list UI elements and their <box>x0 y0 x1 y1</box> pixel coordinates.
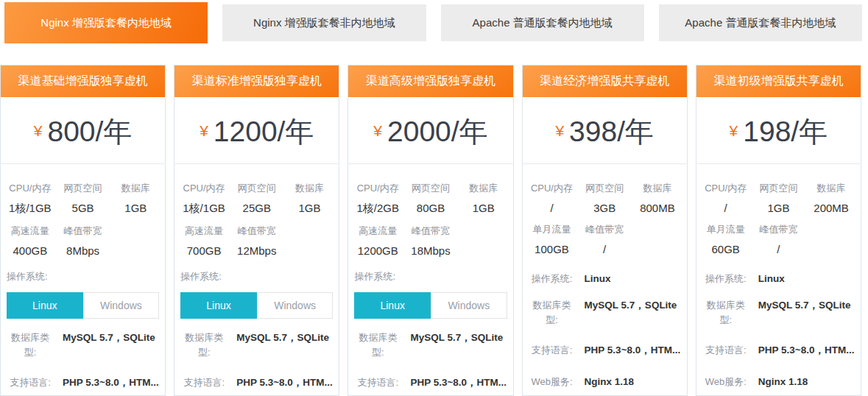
plan-title: 渠道初级增强版共享虚机 <box>696 66 861 97</box>
spec-grid: CPU/内存/ 网页空间1GB 数据库200MB 单月流量60GB 峰值带宽/ <box>696 164 861 255</box>
languages-label: 支持语言: <box>702 343 749 358</box>
spec-value: / <box>699 195 752 214</box>
os-switcher: Linux Windows <box>180 292 333 319</box>
price-unit: /年 <box>791 116 828 147</box>
spec-label: 单月流量 <box>699 214 752 236</box>
os-button-windows[interactable]: Windows <box>257 292 334 319</box>
os-value: Linux <box>749 272 785 286</box>
price-amount: 800 <box>47 116 95 147</box>
tab-nginx-enhanced-mainland[interactable]: Nginx 增强版套餐内地地域 <box>4 2 208 43</box>
os-label: 操作系统: <box>529 272 576 286</box>
spec-label: CPU/内存 <box>351 173 404 195</box>
spec-label: 网页空间 <box>752 173 805 195</box>
db-type-value: MySQL 5.7，SQLite <box>54 330 155 345</box>
spec-label: 峰值带宽 <box>404 216 457 238</box>
spec-label: CPU/内存 <box>177 173 230 195</box>
spec-value: 80GB <box>404 195 457 214</box>
spec-value: 700GB <box>177 238 230 257</box>
plan-price: ¥198/年 <box>697 97 860 164</box>
os-label: 操作系统: <box>348 257 512 283</box>
spec-grid: CPU/内存1核/1GB 网页空间5GB 数据库1GB 高速流量400GB 峰值… <box>1 164 165 257</box>
db-type-label: 数据库类型: <box>702 298 749 327</box>
currency-symbol: ¥ <box>34 122 43 139</box>
spec-value: 1核/1GB <box>4 195 57 216</box>
db-type-value: MySQL 5.7，SQLite <box>576 298 677 313</box>
spec-value: 60GB <box>699 236 752 255</box>
spec-label: 数据库 <box>805 173 858 195</box>
currency-symbol: ¥ <box>373 122 382 139</box>
os-button-windows[interactable]: Windows <box>431 292 507 319</box>
languages-row: 支持语言:PHP 5.3~8.0，HTM... <box>696 343 861 358</box>
spec-label: 数据库 <box>631 173 684 195</box>
spec-label: 峰值带宽 <box>578 214 631 236</box>
spec-value: 18Mbps <box>404 238 457 257</box>
spec-grid: CPU/内存/ 网页空间3GB 数据库800MB 单月流量100GB 峰值带宽/ <box>523 164 687 255</box>
tab-apache-basic-non-mainland[interactable]: Apache 普通版套餐非内地地域 <box>659 4 862 41</box>
spec-label: 单月流量 <box>526 214 579 236</box>
languages-value: PHP 5.3~8.0，HTM... <box>227 375 333 390</box>
db-type-row: 数据库类型:MySQL 5.7，SQLite <box>174 330 339 359</box>
spec-label: 数据库 <box>283 173 336 195</box>
price-unit: /年 <box>278 116 314 147</box>
web-server-label: Web服务: <box>702 375 749 389</box>
os-label: 操作系统: <box>702 272 749 286</box>
os-row: 操作系统:Linux <box>523 272 687 286</box>
spec-value: 1GB <box>283 195 336 214</box>
plan-card-entry: 渠道初级增强版共享虚机 ¥198/年 CPU/内存/ 网页空间1GB 数据库20… <box>696 65 861 396</box>
languages-value: PHP 5.3~8.0，HTM... <box>401 375 507 390</box>
languages-label: 支持语言: <box>354 375 401 390</box>
db-type-row: 数据库类型:MySQL 5.7，SQLite <box>523 298 687 327</box>
os-button-linux[interactable]: Linux <box>7 292 83 319</box>
plan-price: ¥398/年 <box>523 97 686 164</box>
plan-title: 渠道标准增强版独享虚机 <box>174 66 339 97</box>
price-amount: 1200 <box>214 116 278 147</box>
db-type-row: 数据库类型:MySQL 5.7，SQLite <box>1 330 165 359</box>
spec-value: 12Mbps <box>230 238 283 257</box>
db-type-value: MySQL 5.7，SQLite <box>227 330 329 345</box>
spec-value: 1GB <box>109 195 162 214</box>
spec-grid: CPU/内存1核/2GB 网页空间80GB 数据库1GB 高速流量1200GB … <box>348 164 512 257</box>
spec-value: 25GB <box>230 195 283 214</box>
plan-price: ¥1200/年 <box>175 97 338 164</box>
price-unit: /年 <box>96 116 133 147</box>
os-row: 操作系统:Linux <box>696 272 861 286</box>
os-switcher: Linux Windows <box>7 292 159 319</box>
price-amount: 2000 <box>387 116 451 147</box>
tab-nginx-enhanced-non-mainland[interactable]: Nginx 增强版套餐非内地地域 <box>222 4 426 41</box>
plan-price: ¥800/年 <box>1 97 164 164</box>
db-type-value: MySQL 5.7，SQLite <box>401 330 503 345</box>
db-type-label: 数据库类型: <box>7 330 54 359</box>
languages-value: PHP 5.3~8.0，HTM... <box>576 343 681 358</box>
plan-card-standard: 渠道标准增强版独享虚机 ¥1200/年 CPU/内存1核/1GB 网页空间25G… <box>174 65 339 396</box>
db-type-value: MySQL 5.7，SQLite <box>749 298 851 313</box>
spec-label: 峰值带宽 <box>752 214 805 236</box>
spec-value: 5GB <box>57 195 110 214</box>
os-label: 操作系统: <box>174 257 339 283</box>
plan-card-basic: 渠道基础增强版独享虚机 ¥800/年 CPU/内存1核/1GB 网页空间5GB … <box>0 65 166 396</box>
price-unit: /年 <box>451 116 488 147</box>
db-type-row: 数据库类型:MySQL 5.7，SQLite <box>696 298 861 327</box>
db-type-label: 数据库类型: <box>529 298 576 327</box>
price-unit: /年 <box>617 116 654 147</box>
os-button-linux[interactable]: Linux <box>354 292 431 319</box>
languages-row: 支持语言:PHP 5.3~8.0，HTM... <box>348 375 512 390</box>
db-type-label: 数据库类型: <box>180 330 227 359</box>
spec-label: 网页空间 <box>578 173 631 195</box>
spec-value: / <box>752 236 805 255</box>
plan-title: 渠道高级增强版独享虚机 <box>348 66 512 97</box>
spec-value: 1核/1GB <box>177 195 230 216</box>
web-server-row: Web服务:Nginx 1.18 <box>523 375 687 389</box>
os-switcher: Linux Windows <box>354 292 507 319</box>
languages-label: 支持语言: <box>180 375 227 390</box>
os-button-linux[interactable]: Linux <box>180 292 257 319</box>
languages-row: 支持语言:PHP 5.3~8.0，HTM... <box>1 375 165 390</box>
spec-value: 8Mbps <box>57 238 110 257</box>
spec-value: 100GB <box>526 236 579 255</box>
spec-value: / <box>526 195 579 214</box>
plan-card-economy: 渠道经济增强版共享虚机 ¥398/年 CPU/内存/ 网页空间3GB 数据库80… <box>522 65 688 396</box>
spec-label: 网页空间 <box>230 173 283 195</box>
tab-apache-basic-mainland[interactable]: Apache 普通版套餐内地地域 <box>441 4 644 41</box>
os-button-windows[interactable]: Windows <box>83 292 160 319</box>
spec-value: 1核/2GB <box>351 195 404 216</box>
spec-value: 1200GB <box>351 238 404 257</box>
